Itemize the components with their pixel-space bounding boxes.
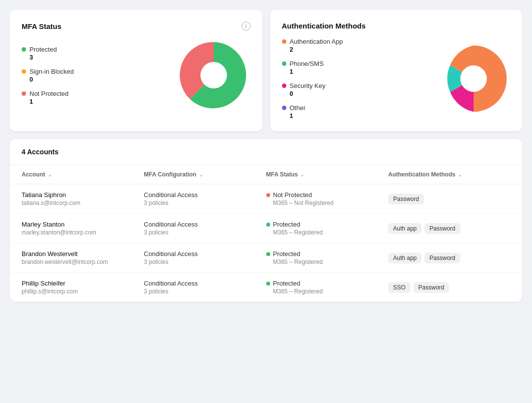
legend-item: Phone/SMS 1: [282, 60, 425, 75]
cell-mfa-status: Protected M365 – Registered: [266, 250, 389, 265]
cell-mfa-config: Conditional Access 3 policies: [144, 221, 266, 236]
legend-item: Protected 3: [22, 46, 165, 61]
th-account[interactable]: Account ⌄: [22, 171, 144, 178]
status-text: Protected: [273, 221, 301, 228]
cell-auth-methods: SSOPassword: [388, 282, 510, 293]
auth-methods-title: Authentication Methods: [282, 22, 511, 30]
legend-item: Authentication App 2: [282, 38, 425, 53]
legend-value: 1: [290, 112, 425, 119]
auth-tag: Password: [414, 282, 449, 293]
table-header: Account ⌄ MFA Configuration ⌄ MFA Status…: [10, 165, 522, 184]
status-text: Protected: [273, 280, 301, 287]
mfa-config-label: Conditional Access: [144, 221, 266, 228]
sort-mfa-config-icon: ⌄: [199, 172, 203, 177]
sort-mfa-status-icon: ⌄: [300, 172, 304, 177]
table-row[interactable]: Phillip Schleifer phillip.s@intcorp.com …: [10, 273, 522, 302]
legend-value: 1: [29, 98, 165, 105]
status-dot: [266, 252, 270, 256]
legend-label: Protected: [22, 46, 165, 53]
legend-value: 3: [29, 54, 165, 61]
auth-methods-legend: Authentication App 2 Phone/SMS 1 Securit…: [282, 38, 425, 119]
mfa-config-label: Conditional Access: [144, 250, 266, 258]
legend-item: Sign-in Blocked 0: [22, 68, 165, 83]
svg-point-0: [200, 62, 227, 88]
legend-dot: [282, 84, 286, 88]
th-auth-methods[interactable]: Authentication Methods ⌄: [388, 171, 510, 178]
mfa-status-info-icon[interactable]: i: [242, 22, 251, 30]
cell-auth-methods: Auth appPassword: [388, 253, 510, 263]
auth-tag: Auth app: [388, 223, 421, 234]
legend-dot: [282, 106, 286, 110]
legend-dot: [22, 47, 26, 52]
cell-auth-methods: Password: [388, 194, 510, 204]
account-email: brandon.westervelt@intcorp.com: [22, 259, 144, 265]
status-label: Not Protected: [266, 191, 389, 199]
auth-pie-svg: [437, 42, 510, 115]
auth-tag: Auth app: [388, 253, 421, 263]
mfa-config-label: Conditional Access: [144, 280, 266, 287]
status-text: Protected: [273, 250, 301, 258]
legend-label: Other: [282, 104, 425, 112]
legend-value: 0: [29, 76, 165, 83]
status-dot: [266, 223, 270, 227]
cell-mfa-status: Not Protected M365 – Not Registered: [266, 191, 389, 206]
account-name: Brandon Westervelt: [22, 250, 144, 258]
th-mfa-config[interactable]: MFA Configuration ⌄: [144, 171, 266, 178]
status-dot: [266, 193, 270, 197]
account-email: tatiana.s@intcorp.com: [22, 200, 144, 206]
legend-dot: [282, 61, 286, 66]
table-row[interactable]: Tatiana Siphron tatiana.s@intcorp.com Co…: [10, 184, 522, 214]
accounts-table: Account ⌄ MFA Configuration ⌄ MFA Status…: [10, 165, 522, 302]
legend-item: Security Key 0: [282, 82, 425, 97]
th-mfa-status[interactable]: MFA Status ⌄: [266, 171, 389, 178]
legend-label: Phone/SMS: [282, 60, 425, 67]
cell-account: Tatiana Siphron tatiana.s@intcorp.com: [22, 191, 144, 206]
legend-label: Authentication App: [282, 38, 425, 45]
mfa-pie-svg: [177, 38, 251, 112]
mfa-status-inner: Protected 3 Sign-in Blocked 0 Not Protec…: [22, 38, 251, 112]
account-name: Phillip Schleifer: [22, 280, 144, 287]
charts-row: MFA Status i Protected 3 Sign-in Blocked…: [10, 10, 522, 131]
legend-label: Sign-in Blocked: [22, 68, 165, 75]
legend-dot: [22, 91, 26, 96]
status-label: Protected: [266, 221, 389, 228]
legend-dot: [282, 39, 286, 44]
cell-mfa-config: Conditional Access 3 policies: [144, 280, 266, 295]
cell-mfa-config: Conditional Access 3 policies: [144, 250, 266, 265]
table-row[interactable]: Marley Stanton marley.stanton@intcorp.co…: [10, 214, 522, 243]
mfa-config-label: Conditional Access: [144, 191, 266, 199]
account-email: phillip.s@intcorp.com: [22, 288, 144, 295]
auth-methods-inner: Authentication App 2 Phone/SMS 1 Securit…: [282, 38, 511, 119]
account-name: Tatiana Siphron: [22, 191, 144, 199]
mfa-status-card: MFA Status i Protected 3 Sign-in Blocked…: [10, 10, 262, 131]
legend-label: Not Protected: [22, 90, 165, 97]
cell-account: Brandon Westervelt brandon.westervelt@in…: [22, 250, 144, 265]
mfa-config-sub: 3 policies: [144, 259, 266, 265]
status-sub: M365 – Not Registered: [273, 200, 389, 206]
legend-value: 0: [290, 90, 425, 97]
status-sub: M365 – Registered: [273, 229, 389, 236]
auth-tag: SSO: [388, 282, 410, 293]
table-row[interactable]: Brandon Westervelt brandon.westervelt@in…: [10, 243, 522, 273]
auth-tag: Password: [388, 194, 424, 204]
status-sub: M365 – Registered: [273, 288, 389, 295]
legend-label: Security Key: [282, 82, 425, 89]
legend-value: 2: [290, 46, 425, 53]
accounts-count-label: 4 Accounts: [10, 139, 522, 165]
status-label: Protected: [266, 250, 389, 258]
legend-dot: [22, 69, 26, 74]
mfa-status-pie: [177, 38, 251, 112]
auth-methods-card: Authentication Methods Authentication Ap…: [270, 10, 523, 131]
sort-account-icon: ⌄: [48, 172, 52, 177]
mfa-status-title: MFA Status i: [22, 22, 251, 30]
cell-account: Marley Stanton marley.stanton@intcorp.co…: [22, 221, 144, 236]
mfa-config-sub: 3 policies: [144, 288, 266, 295]
account-email: marley.stanton@intcorp.com: [22, 229, 144, 236]
mfa-config-sub: 3 policies: [144, 229, 266, 236]
legend-item: Other 1: [282, 104, 425, 119]
status-label: Protected: [266, 280, 389, 287]
cell-mfa-status: Protected M365 – Registered: [266, 221, 389, 236]
legend-item: Not Protected 1: [22, 90, 165, 105]
cell-auth-methods: Auth appPassword: [388, 223, 510, 234]
legend-value: 1: [290, 68, 425, 75]
